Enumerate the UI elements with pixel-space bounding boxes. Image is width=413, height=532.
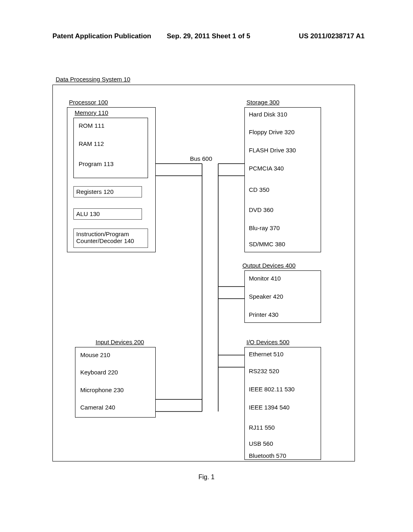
bus-lines bbox=[53, 85, 355, 462]
header-right: US 2011/0238717 A1 bbox=[261, 32, 381, 40]
page-header: Patent Application Publication Sep. 29, … bbox=[0, 0, 413, 44]
system-title: Data Processing System 10 bbox=[56, 76, 130, 83]
diagram-container: Data Processing System 10 Processor 100 … bbox=[52, 69, 355, 463]
header-center: Sep. 29, 2011 Sheet 1 of 5 bbox=[156, 32, 261, 40]
system-box: Processor 100 Memory 110 ROM 111 RAM 112… bbox=[52, 85, 355, 461]
header-left: Patent Application Publication bbox=[52, 32, 156, 40]
figure-label: Fig. 1 bbox=[0, 474, 413, 481]
